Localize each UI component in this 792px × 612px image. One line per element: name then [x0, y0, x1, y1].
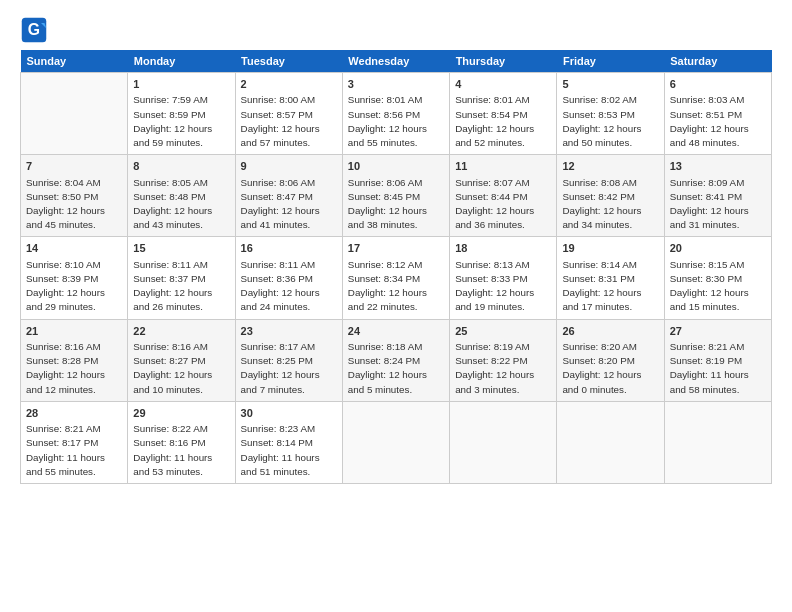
cal-cell: 1Sunrise: 7:59 AMSunset: 8:59 PMDaylight… — [128, 73, 235, 155]
day-number: 11 — [455, 159, 551, 174]
day-info: Sunrise: 8:05 AMSunset: 8:48 PMDaylight:… — [133, 177, 212, 231]
cal-cell: 12Sunrise: 8:08 AMSunset: 8:42 PMDayligh… — [557, 155, 664, 237]
header-day-sunday: Sunday — [21, 50, 128, 73]
day-info: Sunrise: 8:22 AMSunset: 8:16 PMDaylight:… — [133, 423, 212, 477]
cal-cell: 24Sunrise: 8:18 AMSunset: 8:24 PMDayligh… — [342, 319, 449, 401]
cal-cell: 26Sunrise: 8:20 AMSunset: 8:20 PMDayligh… — [557, 319, 664, 401]
cal-cell: 21Sunrise: 8:16 AMSunset: 8:28 PMDayligh… — [21, 319, 128, 401]
cal-cell: 2Sunrise: 8:00 AMSunset: 8:57 PMDaylight… — [235, 73, 342, 155]
day-number: 5 — [562, 77, 658, 92]
cal-cell: 9Sunrise: 8:06 AMSunset: 8:47 PMDaylight… — [235, 155, 342, 237]
day-info: Sunrise: 8:15 AMSunset: 8:30 PMDaylight:… — [670, 259, 749, 313]
cal-cell — [664, 401, 771, 483]
cal-cell: 16Sunrise: 8:11 AMSunset: 8:36 PMDayligh… — [235, 237, 342, 319]
day-number: 13 — [670, 159, 766, 174]
day-number: 16 — [241, 241, 337, 256]
cal-cell: 22Sunrise: 8:16 AMSunset: 8:27 PMDayligh… — [128, 319, 235, 401]
cal-cell: 29Sunrise: 8:22 AMSunset: 8:16 PMDayligh… — [128, 401, 235, 483]
cal-cell: 3Sunrise: 8:01 AMSunset: 8:56 PMDaylight… — [342, 73, 449, 155]
header-day-wednesday: Wednesday — [342, 50, 449, 73]
day-number: 2 — [241, 77, 337, 92]
day-number: 20 — [670, 241, 766, 256]
day-number: 15 — [133, 241, 229, 256]
day-info: Sunrise: 8:11 AMSunset: 8:36 PMDaylight:… — [241, 259, 320, 313]
week-row-2: 7Sunrise: 8:04 AMSunset: 8:50 PMDaylight… — [21, 155, 772, 237]
day-info: Sunrise: 8:06 AMSunset: 8:45 PMDaylight:… — [348, 177, 427, 231]
day-info: Sunrise: 8:14 AMSunset: 8:31 PMDaylight:… — [562, 259, 641, 313]
cal-cell: 20Sunrise: 8:15 AMSunset: 8:30 PMDayligh… — [664, 237, 771, 319]
cal-cell: 23Sunrise: 8:17 AMSunset: 8:25 PMDayligh… — [235, 319, 342, 401]
week-row-5: 28Sunrise: 8:21 AMSunset: 8:17 PMDayligh… — [21, 401, 772, 483]
day-number: 23 — [241, 324, 337, 339]
day-number: 18 — [455, 241, 551, 256]
day-info: Sunrise: 8:00 AMSunset: 8:57 PMDaylight:… — [241, 94, 320, 148]
day-number: 27 — [670, 324, 766, 339]
day-number: 24 — [348, 324, 444, 339]
svg-text:G: G — [28, 21, 40, 38]
header-row: SundayMondayTuesdayWednesdayThursdayFrid… — [21, 50, 772, 73]
logo: G — [20, 16, 52, 44]
header-day-saturday: Saturday — [664, 50, 771, 73]
day-number: 10 — [348, 159, 444, 174]
day-number: 6 — [670, 77, 766, 92]
day-info: Sunrise: 8:01 AMSunset: 8:54 PMDaylight:… — [455, 94, 534, 148]
week-row-4: 21Sunrise: 8:16 AMSunset: 8:28 PMDayligh… — [21, 319, 772, 401]
cal-cell: 30Sunrise: 8:23 AMSunset: 8:14 PMDayligh… — [235, 401, 342, 483]
cal-cell: 15Sunrise: 8:11 AMSunset: 8:37 PMDayligh… — [128, 237, 235, 319]
day-info: Sunrise: 8:21 AMSunset: 8:19 PMDaylight:… — [670, 341, 749, 395]
day-number: 14 — [26, 241, 122, 256]
day-info: Sunrise: 8:09 AMSunset: 8:41 PMDaylight:… — [670, 177, 749, 231]
header: G — [20, 16, 772, 44]
day-number: 19 — [562, 241, 658, 256]
cal-cell: 6Sunrise: 8:03 AMSunset: 8:51 PMDaylight… — [664, 73, 771, 155]
cal-cell: 7Sunrise: 8:04 AMSunset: 8:50 PMDaylight… — [21, 155, 128, 237]
cal-cell — [21, 73, 128, 155]
day-number: 29 — [133, 406, 229, 421]
day-info: Sunrise: 8:16 AMSunset: 8:27 PMDaylight:… — [133, 341, 212, 395]
cal-cell — [557, 401, 664, 483]
day-number: 21 — [26, 324, 122, 339]
cal-cell: 11Sunrise: 8:07 AMSunset: 8:44 PMDayligh… — [450, 155, 557, 237]
day-info: Sunrise: 8:18 AMSunset: 8:24 PMDaylight:… — [348, 341, 427, 395]
day-info: Sunrise: 8:01 AMSunset: 8:56 PMDaylight:… — [348, 94, 427, 148]
cal-cell: 10Sunrise: 8:06 AMSunset: 8:45 PMDayligh… — [342, 155, 449, 237]
day-info: Sunrise: 8:03 AMSunset: 8:51 PMDaylight:… — [670, 94, 749, 148]
day-info: Sunrise: 8:04 AMSunset: 8:50 PMDaylight:… — [26, 177, 105, 231]
header-day-thursday: Thursday — [450, 50, 557, 73]
day-info: Sunrise: 8:19 AMSunset: 8:22 PMDaylight:… — [455, 341, 534, 395]
day-info: Sunrise: 7:59 AMSunset: 8:59 PMDaylight:… — [133, 94, 212, 148]
page: G SundayMondayTuesdayWednesdayThursdayFr… — [0, 0, 792, 612]
day-info: Sunrise: 8:07 AMSunset: 8:44 PMDaylight:… — [455, 177, 534, 231]
cal-cell: 14Sunrise: 8:10 AMSunset: 8:39 PMDayligh… — [21, 237, 128, 319]
day-number: 30 — [241, 406, 337, 421]
cal-cell: 27Sunrise: 8:21 AMSunset: 8:19 PMDayligh… — [664, 319, 771, 401]
week-row-1: 1Sunrise: 7:59 AMSunset: 8:59 PMDaylight… — [21, 73, 772, 155]
cal-cell — [342, 401, 449, 483]
cal-cell: 5Sunrise: 8:02 AMSunset: 8:53 PMDaylight… — [557, 73, 664, 155]
day-info: Sunrise: 8:06 AMSunset: 8:47 PMDaylight:… — [241, 177, 320, 231]
day-number: 28 — [26, 406, 122, 421]
day-number: 8 — [133, 159, 229, 174]
logo-icon: G — [20, 16, 48, 44]
header-day-monday: Monday — [128, 50, 235, 73]
day-info: Sunrise: 8:20 AMSunset: 8:20 PMDaylight:… — [562, 341, 641, 395]
day-info: Sunrise: 8:16 AMSunset: 8:28 PMDaylight:… — [26, 341, 105, 395]
header-day-tuesday: Tuesday — [235, 50, 342, 73]
day-info: Sunrise: 8:13 AMSunset: 8:33 PMDaylight:… — [455, 259, 534, 313]
cal-cell: 18Sunrise: 8:13 AMSunset: 8:33 PMDayligh… — [450, 237, 557, 319]
day-info: Sunrise: 8:11 AMSunset: 8:37 PMDaylight:… — [133, 259, 212, 313]
cal-cell: 25Sunrise: 8:19 AMSunset: 8:22 PMDayligh… — [450, 319, 557, 401]
cal-cell: 4Sunrise: 8:01 AMSunset: 8:54 PMDaylight… — [450, 73, 557, 155]
week-row-3: 14Sunrise: 8:10 AMSunset: 8:39 PMDayligh… — [21, 237, 772, 319]
day-info: Sunrise: 8:21 AMSunset: 8:17 PMDaylight:… — [26, 423, 105, 477]
day-number: 1 — [133, 77, 229, 92]
day-info: Sunrise: 8:12 AMSunset: 8:34 PMDaylight:… — [348, 259, 427, 313]
day-number: 12 — [562, 159, 658, 174]
cal-cell: 8Sunrise: 8:05 AMSunset: 8:48 PMDaylight… — [128, 155, 235, 237]
day-number: 22 — [133, 324, 229, 339]
day-number: 17 — [348, 241, 444, 256]
day-info: Sunrise: 8:08 AMSunset: 8:42 PMDaylight:… — [562, 177, 641, 231]
cal-cell: 19Sunrise: 8:14 AMSunset: 8:31 PMDayligh… — [557, 237, 664, 319]
calendar-table: SundayMondayTuesdayWednesdayThursdayFrid… — [20, 50, 772, 484]
header-day-friday: Friday — [557, 50, 664, 73]
